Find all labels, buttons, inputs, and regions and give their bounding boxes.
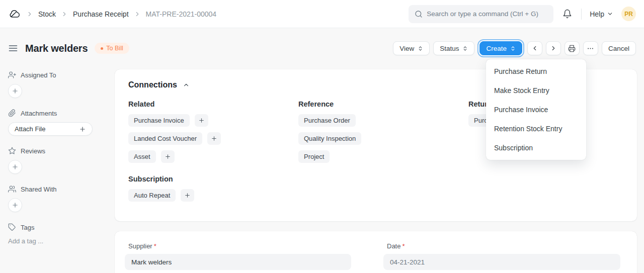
status-dot-icon: [101, 47, 103, 50]
chevron-left-icon: [531, 45, 538, 52]
tags-label: Tags: [21, 224, 34, 231]
chevron-right-icon: [134, 11, 141, 18]
page-actions: View Status Create: [393, 41, 636, 55]
assigned-to-section: Assigned To: [8, 70, 107, 98]
link-landed-cost-voucher[interactable]: Landed Cost Voucher: [128, 132, 202, 145]
link-quality-inspection[interactable]: Quality Inspection: [298, 132, 361, 145]
link-purchase-order[interactable]: Purchase Order: [298, 114, 356, 127]
link-auto-repeat[interactable]: Auto Repeat: [128, 189, 176, 202]
tags-section: Tags Add a tag ...: [8, 222, 107, 245]
app-window: Stock Purchase Receipt MAT-PRE-2021-0000…: [0, 0, 644, 273]
user-avatar[interactable]: PR: [621, 7, 636, 21]
select-arrows-icon: [418, 46, 423, 51]
add-assignment-button[interactable]: [8, 84, 22, 98]
link-project[interactable]: Project: [298, 150, 330, 163]
add-share-button[interactable]: [8, 198, 22, 212]
search-input[interactable]: [427, 10, 547, 18]
date-label: Date*: [383, 242, 620, 250]
add-landed-cost-voucher-button[interactable]: [207, 132, 221, 145]
plus-icon: [12, 87, 19, 95]
reviews-label: Reviews: [21, 147, 45, 155]
help-menu[interactable]: Help: [590, 10, 613, 18]
assigned-to-label: Assigned To: [21, 71, 56, 79]
users-icon: [8, 185, 16, 193]
add-asset-button[interactable]: [161, 150, 175, 163]
add-tag-input[interactable]: Add a tag ...: [8, 237, 107, 245]
create-dropdown-menu: Purchase Return Make Stock Entry Purchas…: [486, 59, 586, 160]
add-auto-repeat-button[interactable]: [181, 189, 194, 202]
required-marker: *: [154, 242, 156, 250]
chevron-down-icon: [607, 11, 613, 17]
select-arrows-icon: [462, 46, 468, 51]
search-icon: [415, 10, 423, 18]
attachments-section: Attachments Attach File: [8, 108, 107, 136]
menu-item-subscription[interactable]: Subscription: [486, 138, 586, 157]
status-badge-label: To Bill: [106, 45, 123, 52]
add-purchase-invoice-button[interactable]: [195, 114, 208, 127]
star-icon: [8, 147, 16, 155]
chevron-right-icon: [550, 45, 557, 52]
view-button[interactable]: View: [393, 41, 430, 55]
plus-icon: [198, 117, 205, 124]
plus-icon: [184, 192, 191, 199]
connections-group-subscription: Subscription Auto Repeat: [128, 175, 623, 202]
page-head: Mark welders To Bill View Status Create: [8, 40, 636, 56]
link-purchase-invoice[interactable]: Purchase Invoice: [128, 114, 190, 127]
document-sidebar: Assigned To Attachments Attach File: [8, 70, 107, 255]
printer-icon: [568, 45, 576, 52]
add-review-button[interactable]: [8, 160, 22, 174]
previous-document-button[interactable]: [527, 41, 542, 55]
chevron-up-icon: [183, 81, 190, 88]
group-label: Subscription: [128, 175, 623, 183]
reviews-section: Reviews: [8, 146, 107, 174]
more-actions-button[interactable]: [583, 41, 598, 55]
navbar: Stock Purchase Receipt MAT-PRE-2021-0000…: [0, 0, 644, 28]
app-logo-cloud-icon[interactable]: [8, 8, 21, 21]
plus-icon: [211, 135, 217, 142]
select-arrows-icon: [510, 46, 516, 51]
status-button[interactable]: Status: [433, 41, 474, 55]
connections-title: Connections: [128, 80, 177, 89]
navbar-divider: [581, 9, 582, 20]
breadcrumb-stock[interactable]: Stock: [38, 10, 56, 18]
required-marker: *: [402, 242, 405, 250]
connections-group-reference: Reference Purchase Order Quality Inspect…: [298, 100, 468, 168]
breadcrumb-document-id: MAT-PRE-2021-00004: [146, 10, 217, 18]
plus-icon: [165, 153, 171, 160]
help-label: Help: [590, 10, 604, 18]
date-input[interactable]: [383, 254, 620, 270]
link-asset[interactable]: Asset: [128, 150, 156, 163]
breadcrumb: Stock Purchase Receipt MAT-PRE-2021-0000…: [8, 8, 216, 21]
connections-collapse-toggle[interactable]: Connections: [128, 80, 190, 89]
user-plus-icon: [8, 71, 16, 79]
notifications-bell-icon[interactable]: [561, 8, 573, 20]
menu-item-purchase-return[interactable]: Purchase Return: [486, 62, 586, 81]
global-search[interactable]: [409, 5, 553, 23]
next-document-button[interactable]: [546, 41, 561, 55]
chevron-right-icon: [26, 11, 33, 18]
plus-icon: [79, 126, 86, 133]
navbar-actions: Help PR: [409, 5, 636, 23]
group-label: Related: [128, 100, 298, 108]
page-title: Mark welders: [25, 43, 88, 54]
breadcrumb-purchase-receipt[interactable]: Purchase Receipt: [73, 10, 129, 18]
sidebar-toggle-icon[interactable]: [8, 43, 18, 53]
details-form-card: Supplier* Date*: [115, 231, 637, 273]
menu-item-make-stock-entry[interactable]: Make Stock Entry: [486, 81, 586, 100]
attach-file-button[interactable]: Attach File: [8, 122, 93, 136]
supplier-input[interactable]: [125, 254, 351, 270]
menu-item-retention-stock-entry[interactable]: Retention Stock Entry: [486, 119, 586, 138]
plus-icon: [12, 202, 19, 209]
print-button[interactable]: [565, 41, 580, 55]
status-badge: To Bill: [95, 43, 129, 54]
paperclip-icon: [8, 109, 16, 117]
attachments-label: Attachments: [21, 110, 57, 117]
menu-item-purchase-invoice[interactable]: Purchase Invoice: [486, 100, 586, 119]
cancel-button[interactable]: Cancel: [602, 41, 636, 55]
create-button[interactable]: Create: [479, 41, 522, 55]
group-label: Reference: [298, 100, 468, 108]
date-field: Date*: [383, 242, 620, 270]
plus-icon: [12, 163, 19, 170]
supplier-field: Supplier*: [125, 242, 351, 270]
connections-group-related: Related Purchase Invoice Landed Cost Vou…: [128, 100, 298, 168]
